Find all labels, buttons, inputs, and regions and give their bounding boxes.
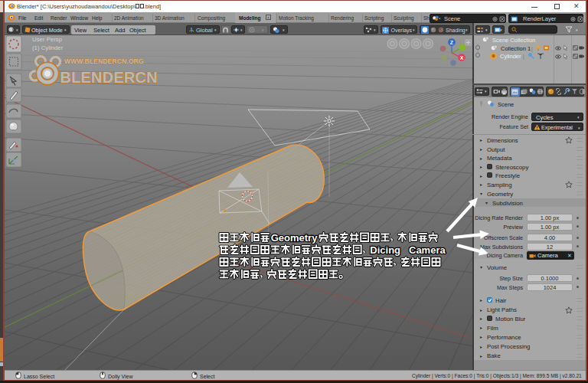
svg-text:WWW.BLENDERCN.ORG: WWW.BLENDERCN.ORG — [64, 57, 144, 65]
svg-text:X: X — [460, 55, 464, 61]
svg-text:User Persp: User Persp — [32, 36, 63, 43]
svg-text:(1) Cylinder: (1) Cylinder — [32, 44, 64, 51]
svg-text:Dicing: Dicing — [370, 244, 400, 256]
svg-text:BLENDERCN: BLENDERCN — [60, 69, 158, 86]
svg-text:Camera: Camera — [409, 244, 446, 256]
svg-text:Geometry: Geometry — [271, 232, 318, 244]
svg-text:Z: Z — [450, 40, 454, 45]
